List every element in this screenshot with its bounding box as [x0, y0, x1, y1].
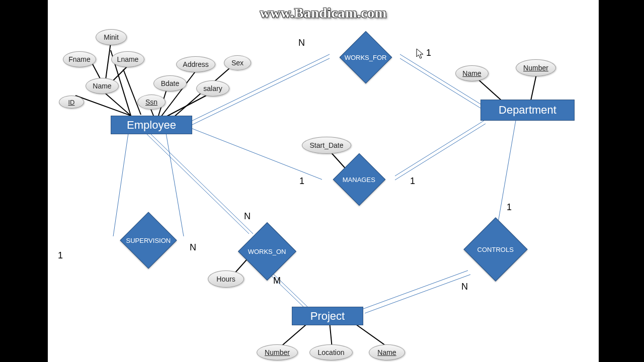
rel-works-on-label: WORKS_ON — [248, 248, 286, 255]
svg-line-25 — [395, 124, 486, 180]
card-mg-1a: 1 — [299, 176, 304, 187]
card-ctrl-n: N — [461, 282, 468, 292]
attr-dept-number[interactable]: Number — [516, 59, 556, 76]
svg-line-10 — [106, 43, 111, 79]
attr-minit[interactable]: Minit — [96, 29, 127, 45]
svg-line-12 — [476, 78, 502, 101]
diagram-canvas: www.Bandicam.com — [48, 0, 599, 362]
entity-project[interactable]: Project — [292, 307, 363, 325]
card-wf-n: N — [298, 38, 305, 48]
attr-location[interactable]: Location — [309, 344, 353, 360]
svg-line-29 — [150, 133, 253, 234]
attr-start-date[interactable]: Start_Date — [302, 137, 351, 154]
attr-hours[interactable]: Hours — [208, 270, 244, 288]
attr-dept-name[interactable]: Name — [455, 65, 489, 81]
attr-proj-name[interactable]: Name — [369, 344, 405, 360]
svg-line-28 — [146, 133, 249, 234]
attr-sex[interactable]: Sex — [224, 55, 251, 70]
attr-name-emp[interactable]: Name — [86, 78, 119, 94]
svg-line-23 — [191, 128, 322, 179]
svg-line-34 — [365, 275, 470, 313]
svg-line-33 — [362, 270, 468, 309]
attr-fname[interactable]: Fname — [63, 51, 96, 67]
rel-manages-label: MANAGES — [343, 175, 375, 183]
entity-department[interactable]: Department — [480, 100, 575, 121]
attr-bdate[interactable]: Bdate — [153, 75, 187, 92]
svg-line-24 — [395, 120, 486, 176]
attr-salary[interactable]: salary — [196, 80, 229, 97]
rel-works-for-label: WORKS_FOR — [345, 54, 387, 61]
svg-line-31 — [268, 269, 308, 308]
svg-line-2 — [75, 96, 131, 116]
attr-address[interactable]: Address — [176, 56, 215, 72]
svg-line-13 — [531, 72, 537, 101]
attr-id[interactable]: ID — [59, 96, 84, 109]
card-wo-n: N — [244, 211, 251, 222]
svg-line-14 — [279, 322, 309, 348]
attr-lname[interactable]: Lname — [111, 51, 144, 67]
entity-employee[interactable]: Employee — [111, 116, 192, 134]
card-mg-1b: 1 — [410, 176, 415, 187]
card-wf-1: 1 — [426, 48, 431, 58]
entity-department-label: Department — [499, 104, 556, 117]
svg-line-16 — [352, 322, 389, 348]
attr-proj-number[interactable]: Number — [257, 344, 298, 360]
card-ctrl-1: 1 — [507, 202, 512, 213]
card-wo-m: M — [273, 276, 281, 286]
attr-ssn[interactable]: Ssn — [137, 95, 166, 110]
rel-supervision-label: SUPERVISION — [126, 237, 171, 244]
entity-employee-label: Employee — [127, 119, 176, 132]
card-sup-n: N — [190, 242, 196, 253]
svg-line-3 — [123, 69, 141, 115]
entity-project-label: Project — [310, 310, 345, 323]
svg-line-26 — [113, 133, 128, 236]
rel-controls-label: CONTROLS — [477, 245, 514, 253]
card-sup-1: 1 — [58, 250, 63, 261]
svg-line-27 — [166, 133, 184, 236]
